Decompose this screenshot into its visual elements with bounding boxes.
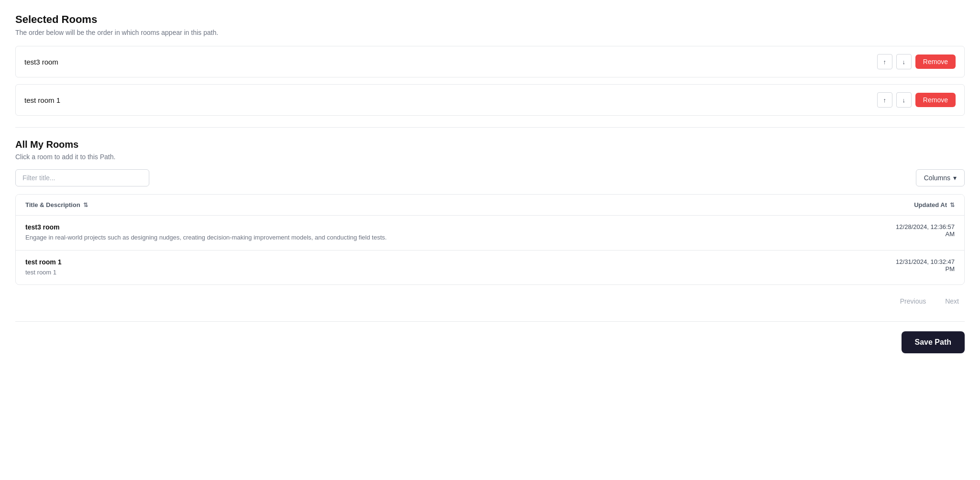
- room-actions: ↑ ↓ Remove: [877, 92, 956, 108]
- all-rooms-title: All My Rooms: [15, 139, 965, 150]
- remove-button[interactable]: Remove: [915, 55, 956, 69]
- sort-icon: ⇅: [83, 202, 88, 208]
- row-title: test3 room: [25, 223, 387, 231]
- row-title: test room 1: [25, 258, 61, 266]
- columns-dropdown-button[interactable]: Columns: [916, 169, 965, 186]
- move-up-button[interactable]: ↑: [877, 54, 892, 69]
- footer-divider: [15, 321, 965, 322]
- move-down-button[interactable]: ↓: [896, 92, 912, 108]
- page-subtitle: The order below will be the order in whi…: [15, 29, 965, 36]
- selected-room-row: test room 1 ↑ ↓ Remove: [15, 84, 965, 116]
- table-header: Title & Description ⇅ Updated At ⇅: [16, 195, 964, 216]
- move-up-button[interactable]: ↑: [877, 92, 892, 108]
- room-actions: ↑ ↓ Remove: [877, 54, 956, 69]
- footer-row: Save Path: [15, 331, 965, 353]
- columns-label: Columns: [924, 174, 950, 182]
- selected-room-row: test3 room ↑ ↓ Remove: [15, 46, 965, 77]
- chevron-down-icon: [953, 174, 957, 182]
- row-content: test3 room Engage in real-world projects…: [25, 223, 387, 242]
- row-description: Engage in real-world projects such as de…: [25, 233, 387, 242]
- remove-button[interactable]: Remove: [915, 93, 956, 107]
- row-description: test room 1: [25, 268, 61, 277]
- selected-room-name: test3 room: [24, 58, 58, 66]
- row-content: test room 1 test room 1: [25, 258, 61, 277]
- section-divider: [15, 127, 965, 128]
- col-updated-header[interactable]: Updated At ⇅: [914, 201, 955, 208]
- row-updated-at: 12/31/2024, 10:32:47 PM: [883, 258, 955, 273]
- col-title-header[interactable]: Title & Description ⇅: [25, 201, 88, 208]
- row-updated-at: 12/28/2024, 12:36:57 AM: [883, 223, 955, 238]
- sort-icon: ⇅: [950, 202, 955, 208]
- table-row[interactable]: test3 room Engage in real-world projects…: [16, 216, 964, 251]
- table-row[interactable]: test room 1 test room 1 12/31/2024, 10:3…: [16, 251, 964, 285]
- selected-rooms-list: test3 room ↑ ↓ Remove test room 1 ↑ ↓ Re…: [15, 46, 965, 116]
- filter-row: Columns: [15, 169, 965, 186]
- move-down-button[interactable]: ↓: [896, 54, 912, 69]
- previous-button: Previous: [894, 295, 932, 308]
- col-updated-label: Updated At: [914, 201, 947, 208]
- col-title-label: Title & Description: [25, 201, 80, 208]
- save-path-button[interactable]: Save Path: [902, 331, 965, 353]
- all-rooms-subtitle: Click a room to add it to this Path.: [15, 153, 965, 161]
- pagination-row: Previous Next: [15, 295, 965, 308]
- selected-room-name: test room 1: [24, 96, 60, 104]
- filter-input[interactable]: [15, 169, 149, 186]
- next-button: Next: [939, 295, 965, 308]
- page-title: Selected Rooms: [15, 13, 965, 26]
- rooms-table: Title & Description ⇅ Updated At ⇅ test3…: [15, 194, 965, 285]
